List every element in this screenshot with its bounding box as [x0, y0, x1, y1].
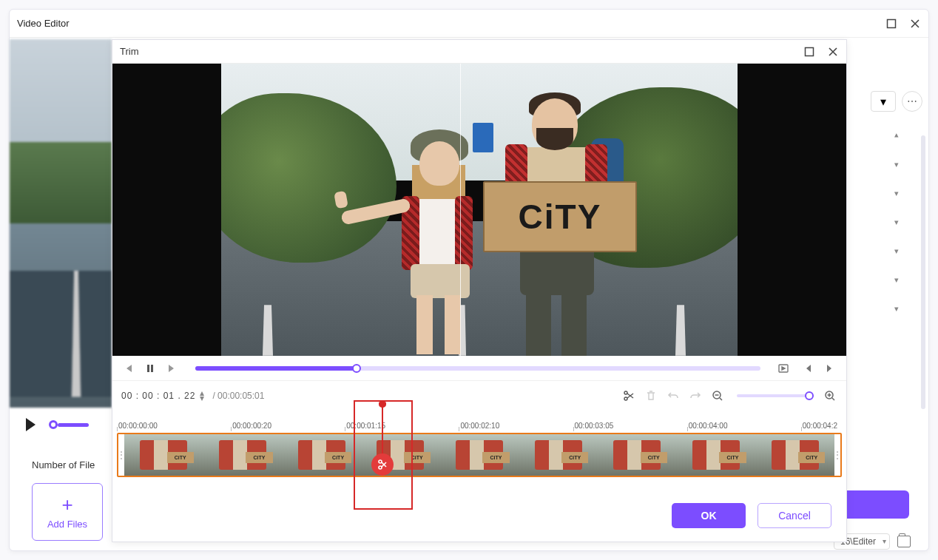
timecode-stepper[interactable]: ▴▾ [200, 391, 205, 401]
cancel-button[interactable]: Cancel [758, 503, 831, 528]
svg-point-6 [624, 397, 627, 400]
outer-playback-row [26, 418, 89, 431]
number-of-files-label: Number of File [32, 459, 95, 470]
outer-primary-button[interactable] [838, 490, 909, 519]
clip-strip[interactable]: ⋮ CiTY CiTY CiTY CiTY CiTY CiTY CiTY CiT… [117, 433, 842, 477]
zoom-handle[interactable] [805, 391, 814, 400]
outer-slider-handle[interactable] [49, 420, 58, 429]
zoom-slider[interactable] [737, 394, 811, 397]
split-at-playhead-button[interactable] [371, 453, 394, 476]
right-scrollbar[interactable] [921, 135, 925, 409]
svg-rect-2 [147, 365, 149, 372]
set-in-point-icon[interactable] [777, 362, 790, 375]
ruler-tick: 00:00:02:10 [459, 422, 573, 430]
redo-icon [688, 388, 703, 403]
progress-slider[interactable] [195, 366, 760, 371]
zoom-in-icon[interactable] [823, 388, 837, 403]
ok-button[interactable]: OK [672, 503, 746, 528]
open-folder-icon[interactable] [897, 536, 911, 547]
app-title: Video Editor [17, 18, 70, 29]
next-frame-icon[interactable] [824, 362, 837, 375]
clip-thumbnail: CiTY [440, 434, 519, 476]
person-girl [384, 119, 495, 356]
timeline: 00:00:00:00 00:00:00:20 00:00:01:15 00:0… [112, 411, 846, 477]
maximize-icon[interactable] [885, 18, 897, 30]
trim-modal: Trim [112, 39, 847, 542]
right-dropdown[interactable]: ▾ [871, 91, 896, 112]
progress-handle[interactable] [352, 364, 361, 373]
delete-icon [644, 388, 658, 403]
ruler-tick: 00:00:03:05 [573, 422, 687, 430]
close-icon[interactable] [909, 18, 921, 30]
clip-thumbnail: CiTY [124, 434, 203, 476]
zoom-out-icon[interactable] [710, 388, 725, 403]
pause-icon[interactable] [144, 362, 157, 375]
add-files-button[interactable]: + Add Files [32, 483, 103, 541]
panel-expand-icon[interactable]: ▾ [894, 189, 899, 198]
panel-expand-icon[interactable]: ▾ [894, 217, 899, 227]
ruler-tick: 00:00:00:00 [117, 422, 231, 430]
trim-maximize-icon[interactable] [803, 46, 815, 58]
step-back-icon[interactable] [121, 362, 135, 375]
scissors-icon[interactable] [621, 388, 636, 403]
background-preview [10, 39, 112, 408]
ruler-tick: 00:00:01:15 [345, 422, 459, 430]
panel-expand-icon[interactable]: ▾ [894, 246, 899, 256]
video-editor-window: Video Editor ▾ ⋯ ▾ ▾ ▾ ▾ ▾ ▾ ▾ Number of… [9, 9, 929, 551]
svg-point-9 [379, 460, 382, 463]
outer-play-button[interactable] [26, 418, 36, 431]
clip-handle-left[interactable]: ⋮ [118, 434, 124, 476]
clip-thumbnail: CiTY [755, 434, 834, 476]
video-preview[interactable]: CiTY [112, 64, 846, 356]
prev-frame-icon[interactable] [800, 362, 814, 375]
trim-title: Trim [120, 46, 139, 57]
plus-icon: + [61, 495, 72, 514]
clip-thumbnail: CiTY [519, 434, 598, 476]
undo-icon [666, 388, 681, 403]
panel-expand-icon[interactable]: ▾ [894, 304, 899, 314]
panel-collapse-up-icon[interactable]: ▾ [894, 131, 899, 141]
preview-playhead-line [460, 64, 461, 356]
current-timecode: 00 : 00 : 01 . 22 ▴▾ [121, 391, 205, 401]
ruler-tick: 00:00:00:20 [231, 422, 345, 430]
svg-rect-3 [151, 365, 153, 372]
total-duration: / 00:00:05:01 [212, 391, 264, 401]
svg-rect-1 [806, 47, 814, 55]
sign-text: CiTY [519, 197, 602, 237]
clip-handle-right[interactable]: ⋮ [834, 434, 840, 476]
ruler-tick: 00:00:04:00 [687, 422, 801, 430]
svg-rect-0 [888, 19, 896, 27]
clip-thumbnail: CiTY [598, 434, 677, 476]
panel-expand-icon[interactable]: ▾ [894, 275, 899, 285]
clip-thumbnail: CiTY [282, 434, 361, 476]
add-files-label: Add Files [47, 519, 87, 530]
timeline-ruler[interactable]: 00:00:00:00 00:00:00:20 00:00:01:15 00:0… [112, 411, 846, 430]
outer-titlebar: Video Editor [10, 10, 928, 38]
clip-thumbnail: CiTY [203, 434, 283, 476]
more-menu-icon[interactable]: ⋯ [902, 91, 922, 112]
panel-expand-icon[interactable]: ▾ [894, 160, 899, 169]
progress-fill [195, 366, 357, 371]
svg-point-5 [624, 391, 627, 394]
trim-titlebar: Trim [112, 40, 846, 64]
outer-slider-track[interactable] [58, 423, 89, 427]
ruler-tick: 00:00:04:2 [801, 422, 842, 430]
svg-point-10 [379, 466, 382, 469]
clip-thumbnail: CiTY [677, 434, 756, 476]
step-forward-icon[interactable] [166, 362, 179, 375]
cardboard-sign: CiTY [483, 181, 637, 252]
timecode-toolbar: 00 : 00 : 01 . 22 ▴▾ / 00:00:05:01 [112, 381, 846, 411]
playback-controls [112, 356, 846, 381]
timecode-value: 00 : 00 : 01 . 22 [121, 391, 195, 401]
trim-close-icon[interactable] [827, 46, 839, 58]
right-collapsed-panel: ▾ ⋯ ▾ ▾ ▾ ▾ ▾ ▾ ▾ [878, 91, 915, 314]
